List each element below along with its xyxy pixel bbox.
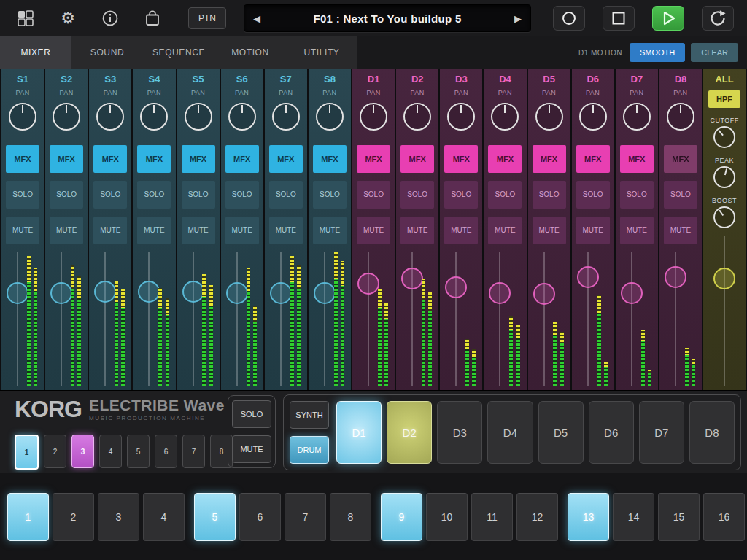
pattern-slot-7[interactable]: 7: [182, 435, 205, 468]
mute-button[interactable]: MUTE: [225, 217, 259, 244]
pan-knob[interactable]: [272, 103, 300, 131]
tab-mixer[interactable]: MIXER: [0, 36, 71, 69]
mfx-button[interactable]: MFX: [576, 145, 610, 173]
shop-bag-icon[interactable]: [143, 9, 162, 28]
pan-knob[interactable]: [185, 103, 212, 131]
pan-knob[interactable]: [623, 103, 651, 131]
mfx-button[interactable]: MFX: [533, 145, 566, 173]
clear-button[interactable]: CLEAR: [691, 43, 738, 62]
mfx-button[interactable]: MFX: [400, 145, 434, 173]
step-9[interactable]: 9: [381, 493, 422, 541]
loop-button[interactable]: [702, 6, 734, 31]
mute-button[interactable]: MUTE: [357, 217, 390, 244]
stop-button[interactable]: [603, 6, 635, 31]
step-7[interactable]: 7: [285, 493, 326, 541]
pattern-next-arrow[interactable]: ▶: [514, 13, 522, 24]
mfx-button[interactable]: MFX: [50, 145, 83, 173]
tab-motion[interactable]: MOTION: [214, 36, 286, 69]
tab-sequence[interactable]: SEQUENCE: [143, 36, 214, 69]
mfx-button[interactable]: MFX: [357, 145, 390, 173]
mfx-button[interactable]: MFX: [93, 145, 127, 173]
fader-knob[interactable]: [94, 281, 116, 303]
pan-knob[interactable]: [667, 103, 694, 131]
solo-button[interactable]: SOLO: [269, 181, 303, 209]
solo-button[interactable]: SOLO: [576, 181, 610, 209]
pan-knob[interactable]: [140, 103, 168, 131]
mfx-button[interactable]: MFX: [620, 145, 654, 173]
pan-knob[interactable]: [491, 103, 519, 131]
step-3[interactable]: 3: [98, 493, 139, 541]
mute-button[interactable]: MUTE: [313, 217, 347, 244]
pattern-slot-1[interactable]: 1: [15, 435, 39, 470]
mute-button[interactable]: MUTE: [444, 217, 478, 244]
peak-knob[interactable]: [713, 166, 735, 188]
drum-mode-button[interactable]: DRUM: [290, 436, 329, 464]
step-6[interactable]: 6: [239, 493, 281, 541]
pattern-slot-4[interactable]: 4: [99, 435, 122, 468]
solo-button[interactable]: SOLO: [50, 181, 83, 209]
fader-knob[interactable]: [182, 281, 204, 303]
step-14[interactable]: 14: [613, 493, 654, 541]
mfx-button[interactable]: MFX: [269, 145, 303, 173]
pad-d6[interactable]: D6: [589, 401, 634, 464]
solo-button[interactable]: SOLO: [357, 181, 390, 209]
mute-button[interactable]: MUTE: [620, 217, 654, 244]
mfx-button[interactable]: MFX: [313, 145, 347, 173]
part-solo-button[interactable]: SOLO: [232, 400, 271, 428]
step-1[interactable]: 1: [7, 493, 49, 541]
step-16[interactable]: 16: [703, 493, 745, 541]
step-11[interactable]: 11: [471, 493, 513, 541]
tab-utility[interactable]: UTILITY: [286, 36, 357, 69]
pan-knob[interactable]: [579, 103, 607, 131]
part-mute-button[interactable]: MUTE: [232, 435, 271, 463]
pan-knob[interactable]: [96, 103, 124, 131]
pattern-display[interactable]: ◀ F01 : Next To You buildup 5 ▶: [244, 4, 531, 32]
fader-knob[interactable]: [7, 282, 28, 304]
mute-button[interactable]: MUTE: [664, 217, 697, 244]
pattern-slot-2[interactable]: 2: [44, 435, 66, 468]
fader-knob[interactable]: [445, 276, 467, 298]
pad-d5[interactable]: D5: [538, 401, 584, 464]
mfx-button[interactable]: MFX: [182, 145, 215, 173]
mute-button[interactable]: MUTE: [50, 217, 83, 244]
pan-knob[interactable]: [9, 103, 36, 131]
pattern-slot-3[interactable]: 3: [71, 435, 94, 468]
fader-knob[interactable]: [577, 266, 599, 288]
mute-button[interactable]: MUTE: [93, 217, 127, 244]
step-4[interactable]: 4: [143, 493, 185, 541]
cutoff-knob[interactable]: [713, 126, 735, 148]
pad-d2[interactable]: D2: [387, 401, 432, 464]
step-8[interactable]: 8: [330, 493, 371, 541]
pad-d4[interactable]: D4: [487, 401, 533, 464]
mfx-button[interactable]: MFX: [444, 145, 478, 173]
step-10[interactable]: 10: [426, 493, 468, 541]
mute-button[interactable]: MUTE: [400, 217, 434, 244]
solo-button[interactable]: SOLO: [6, 181, 39, 209]
hpf-button[interactable]: HPF: [708, 90, 740, 108]
boost-knob[interactable]: [713, 206, 735, 228]
solo-button[interactable]: SOLO: [93, 181, 127, 209]
info-icon[interactable]: [101, 9, 120, 28]
tab-sound[interactable]: SOUND: [71, 36, 143, 69]
fader-knob[interactable]: [401, 268, 423, 289]
pattern-slot-6[interactable]: 6: [155, 435, 177, 468]
solo-button[interactable]: SOLO: [137, 181, 171, 209]
mute-button[interactable]: MUTE: [182, 217, 215, 244]
solo-button[interactable]: SOLO: [664, 181, 697, 209]
mfx-button[interactable]: MFX: [225, 145, 259, 173]
mfx-button[interactable]: MFX: [664, 145, 697, 173]
pattern-prev-arrow[interactable]: ◀: [253, 13, 260, 24]
solo-button[interactable]: SOLO: [620, 181, 654, 209]
solo-button[interactable]: SOLO: [313, 181, 347, 209]
pan-knob[interactable]: [53, 103, 80, 131]
fader-knob[interactable]: [270, 282, 292, 304]
settings-gear-icon[interactable]: ⚙: [58, 9, 77, 28]
solo-button[interactable]: SOLO: [444, 181, 478, 209]
fader-knob[interactable]: [665, 266, 686, 288]
pan-knob[interactable]: [447, 103, 475, 131]
all-fader-knob[interactable]: [713, 268, 735, 289]
ptn-button[interactable]: PTN: [188, 7, 226, 29]
pad-d3[interactable]: D3: [437, 401, 482, 464]
solo-button[interactable]: SOLO: [225, 181, 259, 209]
solo-button[interactable]: SOLO: [400, 181, 434, 209]
